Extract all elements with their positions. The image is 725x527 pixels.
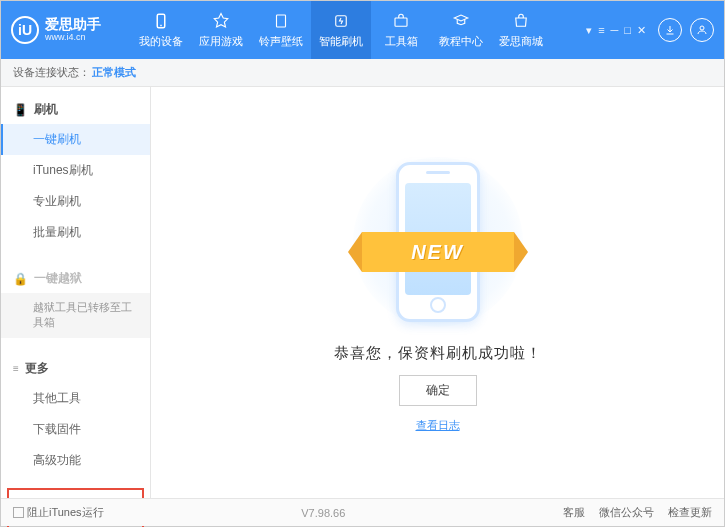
- success-message: 恭喜您，保资料刷机成功啦！: [334, 344, 542, 363]
- nav-toolbox[interactable]: 工具箱: [371, 1, 431, 59]
- window-controls: ▾ ≡ ─ □ ✕: [586, 24, 646, 37]
- minimize-button[interactable]: ─: [611, 24, 619, 37]
- app-header: iU 爱思助手 www.i4.cn 我的设备 应用游戏 铃声壁纸 智能刷机: [1, 1, 724, 59]
- sidebar-item-advanced[interactable]: 高级功能: [1, 445, 150, 476]
- main-content: NEW 恭喜您，保资料刷机成功啦！ 确定 查看日志: [151, 87, 724, 498]
- version-label: V7.98.66: [301, 507, 345, 519]
- nav-tutorials[interactable]: 教程中心: [431, 1, 491, 59]
- sidebar-item-itunes-flash[interactable]: iTunes刷机: [1, 155, 150, 186]
- download-button[interactable]: [658, 18, 682, 42]
- lock-icon: 🔒: [13, 272, 28, 286]
- store-icon: [511, 11, 531, 31]
- tutorial-icon: [451, 11, 471, 31]
- nav-flash[interactable]: 智能刷机: [311, 1, 371, 59]
- toolbox-icon: [391, 11, 411, 31]
- footer-link-support[interactable]: 客服: [563, 505, 585, 520]
- sidebar-item-other-tools[interactable]: 其他工具: [1, 383, 150, 414]
- status-value: 正常模式: [92, 65, 136, 80]
- sidebar: 📱 刷机 一键刷机 iTunes刷机 专业刷机 批量刷机 🔒 一键越狱 越狱工具…: [1, 87, 151, 498]
- checkbox-block-itunes[interactable]: 阻止iTunes运行: [13, 505, 104, 520]
- nav-apps[interactable]: 应用游戏: [191, 1, 251, 59]
- sidebar-section-flash[interactable]: 📱 刷机: [1, 95, 150, 124]
- footer: 阻止iTunes运行 V7.98.66 客服 微信公众号 检查更新: [1, 498, 724, 526]
- view-log-link[interactable]: 查看日志: [416, 418, 460, 433]
- svg-rect-2: [277, 15, 286, 27]
- status-bar: 设备连接状态： 正常模式: [1, 59, 724, 87]
- nav-store[interactable]: 爱思商城: [491, 1, 551, 59]
- flash-icon: [331, 11, 351, 31]
- logo: iU 爱思助手 www.i4.cn: [11, 16, 131, 44]
- status-label: 设备连接状态：: [13, 65, 90, 80]
- device-icon: [151, 11, 171, 31]
- ringtone-icon: [271, 11, 291, 31]
- top-nav: 我的设备 应用游戏 铃声壁纸 智能刷机 工具箱 教程中心: [131, 1, 551, 59]
- apps-icon: [211, 11, 231, 31]
- svg-rect-4: [395, 18, 407, 26]
- close-button[interactable]: ✕: [637, 24, 646, 37]
- nav-ringtones[interactable]: 铃声壁纸: [251, 1, 311, 59]
- sidebar-jailbreak-note: 越狱工具已转移至工具箱: [1, 293, 150, 338]
- footer-link-wechat[interactable]: 微信公众号: [599, 505, 654, 520]
- sidebar-section-jailbreak: 🔒 一键越狱: [1, 264, 150, 293]
- sidebar-item-batch-flash[interactable]: 批量刷机: [1, 217, 150, 248]
- app-title: 爱思助手: [45, 17, 101, 32]
- success-illustration: NEW: [338, 152, 538, 332]
- new-ribbon: NEW: [348, 232, 528, 272]
- app-url: www.i4.cn: [45, 33, 101, 43]
- tray-icon[interactable]: ≡: [598, 24, 604, 37]
- sidebar-item-oneclick-flash[interactable]: 一键刷机: [1, 124, 150, 155]
- maximize-button[interactable]: □: [624, 24, 631, 37]
- logo-icon: iU: [11, 16, 39, 44]
- chevron-icon: ≡: [13, 363, 19, 374]
- svg-point-5: [700, 26, 704, 30]
- sidebar-item-download-firmware[interactable]: 下载固件: [1, 414, 150, 445]
- phone-icon: 📱: [13, 103, 28, 117]
- sidebar-item-pro-flash[interactable]: 专业刷机: [1, 186, 150, 217]
- footer-link-update[interactable]: 检查更新: [668, 505, 712, 520]
- menu-icon[interactable]: ▾: [586, 24, 592, 37]
- user-button[interactable]: [690, 18, 714, 42]
- nav-my-device[interactable]: 我的设备: [131, 1, 191, 59]
- ok-button[interactable]: 确定: [399, 375, 477, 406]
- sidebar-section-more[interactable]: ≡ 更多: [1, 354, 150, 383]
